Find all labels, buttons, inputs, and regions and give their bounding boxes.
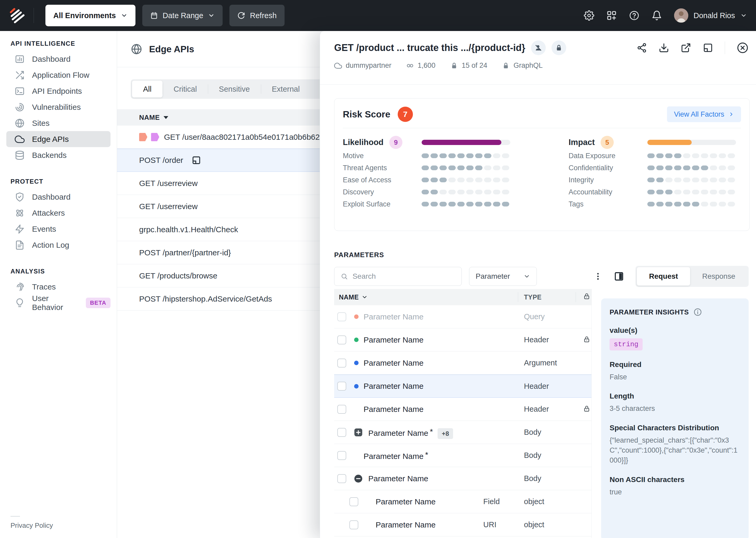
api-row[interactable]: POST /hipstershop.AdService/GetAds <box>117 288 320 310</box>
expand-plus-icon[interactable] <box>354 428 363 437</box>
tab-critical[interactable]: Critical <box>163 81 208 97</box>
api-name: GET /userreview <box>139 179 198 188</box>
factor-row: Confidentiality <box>569 162 736 174</box>
parameter-search[interactable] <box>334 267 462 286</box>
search-input[interactable] <box>353 272 455 281</box>
user-slash-icon <box>535 44 542 52</box>
kebab-menu-icon[interactable] <box>593 271 602 282</box>
sidebar-item-traces[interactable]: Traces <box>6 279 111 295</box>
api-row[interactable]: grpc.health.v1.Health/Check <box>117 218 320 241</box>
factor-dots <box>647 202 736 206</box>
row-checkbox[interactable] <box>337 336 346 345</box>
sidebar-item-sites[interactable]: Sites <box>6 115 111 131</box>
api-name: POST /hipstershop.AdService/GetAds <box>139 295 272 303</box>
parameter-filter-select[interactable]: Parameter <box>469 267 537 286</box>
open-external-icon[interactable] <box>681 42 691 53</box>
settings-gear-icon[interactable] <box>584 10 594 21</box>
row-checkbox[interactable] <box>337 405 346 414</box>
parameter-row-child[interactable]: Parameter Name URI object <box>334 513 591 536</box>
sidebar-item-dashboard[interactable]: Dashboard <box>6 51 111 67</box>
share-icon[interactable] <box>637 42 647 53</box>
parameter-row-child[interactable]: Parameter Name Field object <box>334 490 591 513</box>
environment-selector[interactable]: All Environments <box>45 5 135 26</box>
download-icon[interactable] <box>659 42 669 53</box>
bar-chart-icon <box>15 54 25 64</box>
parameter-row[interactable]: Parameter Name Query <box>334 305 591 328</box>
chevron-down-icon <box>523 273 530 280</box>
tab-all[interactable]: All <box>132 81 163 97</box>
parameter-row-selected[interactable]: Parameter Name Header <box>334 375 591 398</box>
more-count-badge[interactable]: +8 <box>438 428 453 439</box>
api-row[interactable]: GET /userreview <box>117 172 320 195</box>
topbar: All Environments Date Range Refresh Dona… <box>0 0 756 31</box>
factor-dots <box>647 178 736 182</box>
factor-row: Accountability <box>569 186 736 198</box>
toggle-request[interactable]: Request <box>637 267 690 286</box>
sidebar-item-protect-dashboard[interactable]: Dashboard <box>6 189 111 205</box>
refresh-button[interactable]: Refresh <box>229 5 285 26</box>
notifications-bell-icon[interactable] <box>651 10 662 21</box>
view-all-factors-button[interactable]: View All Factors <box>667 106 741 122</box>
sidebar-item-attackers[interactable]: Attackers <box>6 205 111 221</box>
panel-corner-icon[interactable] <box>703 42 713 53</box>
row-checkbox[interactable] <box>337 428 346 437</box>
factor-row: Exploit Surface <box>343 198 511 210</box>
row-checkbox[interactable] <box>337 312 346 321</box>
tab-external[interactable]: External <box>261 81 311 97</box>
parameters-section: PARAMETERS Parameter Request Response <box>320 231 756 538</box>
api-row[interactable]: POST /partner/{partner-id} <box>117 241 320 264</box>
parameter-row[interactable]: Parameter Name Header <box>334 398 591 421</box>
sidebar-item-edge-apis[interactable]: Edge APIs <box>6 131 111 147</box>
parameter-row[interactable]: Parameter Name Header <box>334 328 591 351</box>
tab-sensitive[interactable]: Sensitive <box>208 81 261 97</box>
close-icon[interactable] <box>736 42 749 54</box>
lock-icon <box>555 44 563 52</box>
risk-divider <box>343 128 741 128</box>
likelihood-meter <box>422 140 510 145</box>
user-menu[interactable]: Donald Rios <box>674 8 747 23</box>
parameter-row[interactable]: Parameter Name* Body <box>334 444 591 467</box>
sidebar-item-action-log[interactable]: Action Log <box>6 237 111 253</box>
value-type-chip: string <box>609 338 642 350</box>
factor-dots <box>647 153 736 158</box>
info-icon[interactable] <box>693 308 702 316</box>
parameter-table-header[interactable]: NAME TYPE <box>334 289 591 305</box>
row-checkbox[interactable] <box>337 451 346 460</box>
globe-icon <box>131 43 142 55</box>
parameter-row[interactable]: Parameter Name*+8 Body <box>334 421 591 444</box>
privacy-policy-link[interactable]: Privacy Policy <box>11 521 53 529</box>
row-checkbox[interactable] <box>337 382 346 391</box>
help-icon[interactable] <box>629 10 639 21</box>
factor-dots <box>422 166 510 170</box>
api-row[interactable]: GET /user/8aac802171a0b54e0171a0b6b62 <box>117 126 320 149</box>
insights-length-label: Length <box>609 392 740 400</box>
parameter-row[interactable]: Parameter Name Body <box>334 467 591 490</box>
parameter-row[interactable]: Parameter Name Argument <box>334 351 591 375</box>
row-checkbox[interactable] <box>350 497 358 506</box>
calendar-icon <box>150 12 158 20</box>
api-row[interactable]: GET /userreview <box>117 195 320 218</box>
row-checkbox[interactable] <box>337 358 346 367</box>
param-status-dot <box>354 314 358 319</box>
api-table-header[interactable]: NAME <box>117 109 320 126</box>
impact-score: 5 <box>601 136 614 149</box>
sidebar-item-application-flow[interactable]: Application Flow <box>6 67 111 83</box>
chevron-right-icon <box>729 111 734 117</box>
sidebar-item-events[interactable]: Events <box>6 221 111 237</box>
apps-grid-icon[interactable] <box>606 10 617 21</box>
sidebar-item-user-behavior[interactable]: User Behavior BETA <box>6 295 111 311</box>
sidebar-item-backends[interactable]: Backends <box>6 147 111 163</box>
sidebar-item-vulnerabilities[interactable]: Vulnerabilities <box>6 99 111 115</box>
columns-icon[interactable] <box>613 271 625 282</box>
row-checkbox[interactable] <box>337 474 346 483</box>
sidebar-item-api-endpoints[interactable]: API Endpoints <box>6 83 111 99</box>
toggle-response[interactable]: Response <box>690 267 747 286</box>
api-row-selected[interactable]: POST /order <box>117 149 320 172</box>
impact-section: Impact 5 Data Exposure Confidentiality I… <box>569 135 736 210</box>
collapse-minus-icon[interactable] <box>354 474 363 483</box>
param-status-dot <box>354 384 358 389</box>
api-row[interactable]: GET /products/browse <box>117 264 320 288</box>
row-checkbox[interactable] <box>350 520 358 529</box>
avatar <box>674 8 688 23</box>
date-range-selector[interactable]: Date Range <box>142 5 223 26</box>
